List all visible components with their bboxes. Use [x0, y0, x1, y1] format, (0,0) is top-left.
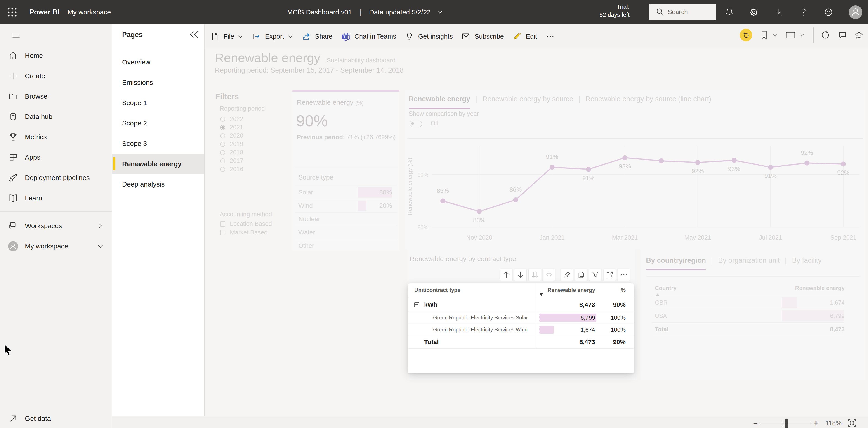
menu-get-insights[interactable]: Get insights	[405, 32, 453, 41]
country-tab-by-organization-unit[interactable]: By organization unit	[718, 256, 780, 265]
refresh-icon[interactable]	[818, 28, 833, 42]
menu-more-options[interactable]	[546, 32, 559, 41]
download-icon[interactable]	[771, 0, 787, 24]
source-type-row-solar[interactable]: Solar80%	[295, 186, 397, 199]
menu-file[interactable]: File	[210, 32, 243, 41]
double-arrow-down-button[interactable]	[529, 269, 541, 281]
page-item-scope-1[interactable]: Scope 1	[112, 93, 204, 113]
table-row-green-republic-electricity-services-solar[interactable]: Green Republic Electricity Services Sola…	[408, 312, 634, 324]
column-header-unit-contract-type[interactable]: Unit/contract type	[414, 287, 460, 293]
filter-button[interactable]	[589, 269, 601, 281]
country-row-gbr[interactable]: GBR1,674	[651, 296, 845, 309]
source-type-row-nuclear[interactable]: Nuclear	[295, 212, 397, 226]
year-radio-2018[interactable]: 2018	[220, 148, 243, 157]
page-item-renewable-energy[interactable]: Renewable energy	[112, 154, 204, 174]
contract-type-table[interactable]: Unit/contract type Renewable energy % kW…	[408, 283, 634, 373]
collapse-row-icon[interactable]	[414, 302, 419, 307]
app-launcher-waffle-icon[interactable]	[4, 0, 20, 24]
view-icon[interactable]	[784, 28, 797, 42]
country-tab-by-country-region[interactable]: By country/region	[646, 256, 706, 265]
column-header-percent[interactable]: %	[621, 287, 626, 293]
sidebar-item-metrics[interactable]: Metrics	[0, 127, 112, 147]
data-updated-label[interactable]: Data updated 5/2/22	[369, 8, 431, 16]
country-tab-by-facility[interactable]: By facility	[792, 256, 822, 265]
drill-down-button[interactable]	[543, 269, 555, 281]
sort-descending-icon[interactable]	[539, 293, 544, 296]
country-row-usa[interactable]: USA6,799	[651, 309, 845, 323]
notifications-bell-icon[interactable]	[721, 0, 737, 24]
sidebar-item-browse[interactable]: Browse	[0, 86, 112, 106]
view-chevron-icon[interactable]	[796, 28, 807, 42]
power-bi-logo[interactable]: Power BI	[29, 0, 59, 24]
teams-icon	[341, 32, 351, 41]
bookmarks-chevron-icon[interactable]	[770, 28, 781, 42]
apps-icon	[8, 152, 18, 162]
page-item-emissions[interactable]: Emissions	[112, 72, 204, 93]
page-item-deep-analysis[interactable]: Deep analysis	[112, 174, 204, 194]
accounting-checkbox-market-based[interactable]: Market Based	[220, 228, 272, 237]
comments-icon[interactable]	[835, 28, 850, 42]
year-radio-2019[interactable]: 2019	[220, 140, 243, 148]
pin-button[interactable]	[561, 269, 573, 281]
more-options-button[interactable]	[618, 269, 630, 281]
page-item-overview[interactable]: Overview	[112, 52, 204, 72]
workspace-name[interactable]: My workspace	[68, 0, 111, 24]
collapse-pages-icon[interactable]	[188, 29, 199, 39]
menu-subscribe[interactable]: Subscribe	[461, 32, 504, 41]
page-item-scope-3[interactable]: Scope 3	[112, 133, 204, 154]
year-radio-2022[interactable]: 2022	[220, 115, 243, 123]
table-row-green-republic-electricity-services-wind[interactable]: Green Republic Electricity Services Wind…	[408, 324, 634, 336]
feedback-smiley-icon[interactable]	[820, 0, 836, 24]
arrow-up-button[interactable]	[500, 269, 512, 281]
zoom-slider-thumb[interactable]	[785, 419, 788, 428]
country-row-total[interactable]: Total8,473	[651, 323, 845, 336]
arrow-down-button[interactable]	[515, 269, 526, 281]
focus-mode-button[interactable]	[603, 269, 616, 281]
settings-gear-icon[interactable]	[746, 0, 762, 24]
help-icon[interactable]	[796, 0, 811, 24]
reset-default-button[interactable]	[738, 28, 754, 42]
menu-share[interactable]: Share	[302, 32, 333, 41]
source-type-row-water[interactable]: Water	[295, 226, 397, 239]
sidebar-item-learn[interactable]: Learn	[0, 188, 112, 208]
table-row-kwh[interactable]: kWh8,47390%	[408, 298, 634, 312]
search-input[interactable]: Search	[649, 4, 716, 20]
column-header-renewable-energy[interactable]: Renewable energy	[548, 287, 595, 293]
zoom-in-button[interactable]: +	[813, 418, 818, 428]
menu-chat-in-teams[interactable]: Chat in Teams	[341, 32, 396, 41]
account-avatar[interactable]	[849, 5, 862, 19]
sidebar-item-workspaces[interactable]: Workspaces	[0, 216, 112, 236]
line-chart-visual[interactable]: Renewable energy|Renewable energy by sou…	[405, 90, 865, 249]
favorite-star-icon[interactable]	[852, 28, 866, 42]
accounting-checkbox-location-based[interactable]: Location Based	[220, 219, 272, 228]
copy-button[interactable]	[575, 269, 587, 281]
year-radio-2017[interactable]: 2017	[220, 157, 243, 165]
bookmarks-icon[interactable]	[758, 28, 770, 42]
source-type-row-wind[interactable]: Wind20%	[295, 199, 397, 212]
source-type-row-other[interactable]: Other	[295, 239, 397, 252]
fit-to-page-icon[interactable]	[847, 419, 857, 428]
hamburger-menu-icon[interactable]	[8, 28, 24, 42]
zoom-out-button[interactable]: –	[753, 419, 758, 428]
sidebar-item-deployment-pipelines[interactable]: Deployment pipelines	[0, 167, 112, 188]
chevron-down-icon[interactable]	[436, 9, 443, 16]
sidebar-item-home[interactable]: Home	[0, 45, 112, 66]
get-data-button[interactable]: Get data	[0, 408, 112, 428]
sidebar-item-create[interactable]: Create	[0, 66, 112, 86]
column-header-renewable-energy[interactable]: Renewable energy	[795, 285, 845, 292]
menu-edit[interactable]: Edit	[512, 32, 537, 41]
kpi-card-renewable-energy[interactable]: Renewable energy (%) 90% Previous period…	[292, 90, 399, 251]
row-value: 8,473	[579, 301, 595, 308]
year-radio-2021[interactable]: 2021	[220, 123, 243, 131]
page-item-scope-2[interactable]: Scope 2	[112, 113, 204, 133]
sidebar-item-my-workspace[interactable]: My workspace	[0, 236, 112, 256]
menu-export[interactable]: Export	[252, 32, 293, 41]
sidebar-item-apps[interactable]: Apps	[0, 147, 112, 167]
zoom-slider[interactable]	[760, 423, 811, 424]
by-country-visual[interactable]: By country/region|By organization unit|B…	[641, 249, 865, 380]
sidebar-item-data-hub[interactable]: Data hub	[0, 106, 112, 127]
column-header-country[interactable]: Country	[655, 285, 677, 292]
year-radio-2016[interactable]: 2016	[220, 165, 243, 174]
year-radio-2020[interactable]: 2020	[220, 131, 243, 140]
table-row-total[interactable]: Total8,47390%	[408, 336, 634, 349]
